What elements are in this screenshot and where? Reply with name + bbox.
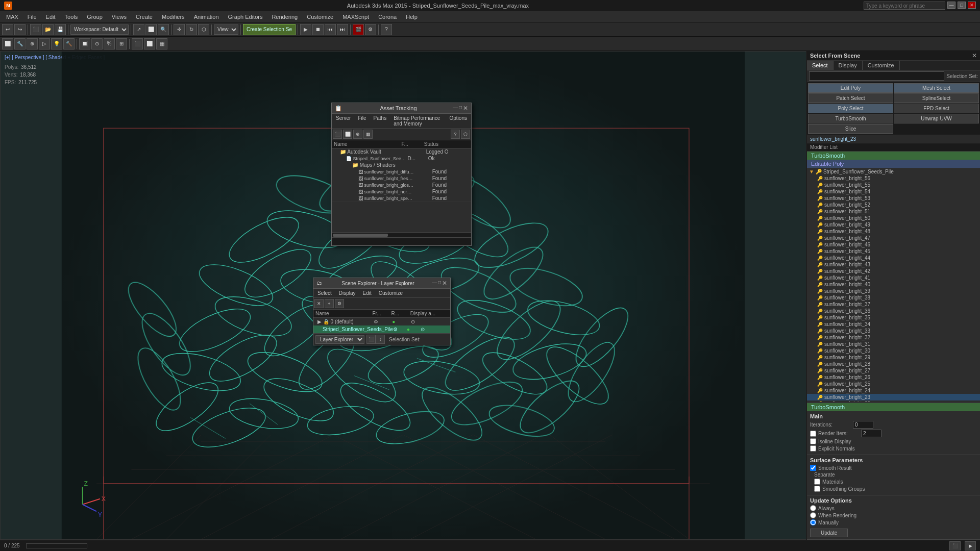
menu-tools[interactable]: Tools (61, 13, 82, 21)
menu-group[interactable]: Group (83, 13, 107, 21)
isoline-checkbox[interactable] (810, 438, 816, 444)
at-row-specular[interactable]: 🖼 sunflower_bright_specular.png Found (332, 195, 471, 202)
se-close[interactable]: ✕ (442, 280, 447, 287)
scene-item[interactable]: 🔑sunflower_bright_25 (807, 381, 980, 387)
update-button[interactable]: Update (810, 529, 848, 537)
scene-item[interactable]: 🔑sunflower_bright_51 (807, 208, 980, 215)
save-button[interactable]: 💾 (55, 24, 66, 35)
open-button[interactable]: 📂 (42, 24, 54, 35)
menu-edit[interactable]: Edit (42, 13, 60, 21)
at-menu-paths[interactable]: Paths (371, 115, 390, 127)
at-row-vault[interactable]: 📁 Autodesk Vault Logged O (332, 148, 471, 155)
menu-rendering[interactable]: Rendering (267, 13, 302, 21)
scene-item[interactable]: 🔑sunflower_bright_54 (807, 188, 980, 195)
scene-item[interactable]: 🔑sunflower_bright_27 (807, 367, 980, 374)
btn-slice[interactable]: Slice (808, 124, 893, 134)
at-menu-file[interactable]: File (355, 115, 369, 127)
scene-item[interactable]: 🔑sunflower_bright_34 (807, 321, 980, 328)
menu-views[interactable]: Views (108, 13, 131, 21)
at-row-diffuse[interactable]: 🖼 sunflower_bright_diffuse.png Found (332, 168, 471, 175)
se-menu-customize[interactable]: Customize (376, 290, 406, 296)
spinner-snap[interactable]: ⊞ (116, 38, 127, 49)
menu-corona[interactable]: Corona (374, 13, 401, 21)
rotate-button[interactable]: ↻ (186, 24, 197, 35)
scene-item[interactable]: 🔑sunflower_bright_42 (807, 268, 980, 274)
at-row-maps[interactable]: 📁 Maps / Shaders (332, 162, 471, 168)
scene-item[interactable]: 🔑sunflower_bright_55 (807, 182, 980, 188)
btn-patch-select[interactable]: Patch Select (808, 93, 893, 103)
render-iters-checkbox[interactable] (810, 431, 816, 437)
se-footer-btn2[interactable]: ↕ (376, 335, 385, 344)
modify-tab[interactable]: 🔧 (14, 38, 26, 49)
menu-create[interactable]: Create (132, 13, 157, 21)
scene-item[interactable]: 🔑sunflower_bright_35 (807, 314, 980, 321)
scene-item[interactable]: 🔑sunflower_bright_43 (807, 261, 980, 268)
scene-item[interactable]: 🔑sunflower_bright_32 (807, 334, 980, 341)
at-close[interactable]: ✕ (463, 105, 468, 112)
scale-button[interactable]: ⬡ (198, 24, 209, 35)
se-footer-btn1[interactable]: ⬛ (366, 335, 376, 344)
scene-root-item[interactable]: ▼ 🔑 Striped_Sunflower_Seeds_Pile (807, 168, 980, 175)
scene-item[interactable]: 🔑sunflower_bright_29 (807, 354, 980, 361)
undo-button[interactable]: ↩ (2, 24, 13, 35)
scene-item[interactable]: 🔑sunflower_bright_36 (807, 308, 980, 314)
btn-mesh-select[interactable]: Mesh Select (894, 83, 979, 93)
play-button[interactable]: ▶ (300, 24, 311, 35)
btn-poly-select[interactable]: Poly Select (808, 104, 893, 113)
maximize-button[interactable]: □ (958, 2, 966, 9)
minimize-button[interactable]: — (947, 2, 955, 9)
stop-button[interactable]: ⏹ (312, 24, 324, 35)
smooth-result-checkbox[interactable] (810, 465, 816, 471)
se-row-default[interactable]: ▶ 🔒 0 (default) ⚙ ● ⊙ (313, 318, 450, 325)
btn-unwrap-uvw[interactable]: Unwrap UVW (894, 114, 979, 123)
mirror-button[interactable]: ⬜ (144, 38, 155, 49)
at-menu-server[interactable]: Server (333, 115, 354, 127)
at-maximize[interactable]: □ (459, 105, 462, 112)
close-button[interactable]: ✕ (968, 2, 976, 9)
array-button[interactable]: ▦ (156, 38, 167, 49)
btn-spline-select[interactable]: SplineSelect (894, 93, 979, 103)
asset-tracking-title[interactable]: 📋 Asset Tracking — □ ✕ (332, 103, 471, 114)
explicit-normals-checkbox[interactable] (810, 445, 816, 452)
display-tab[interactable]: 💡 (51, 38, 62, 49)
at-menu-bitmap[interactable]: Bitmap Performance and Memory (390, 115, 445, 127)
scene-explorer-title[interactable]: 🗂 Scene Explorer - Layer Explorer — □ ✕ (313, 278, 450, 289)
statusbar-btn1[interactable]: ⬛ (949, 541, 961, 550)
render-iters-input[interactable] (861, 430, 881, 437)
menu-help[interactable]: Help (402, 13, 422, 21)
manually-radio[interactable] (810, 519, 816, 525)
modifier-editablepoly[interactable]: Editable Poly (807, 160, 980, 168)
turbosm-section-header[interactable]: TurboSmooth (807, 403, 980, 411)
btn-fpd-select[interactable]: FPD Select (894, 104, 979, 113)
scene-item[interactable]: 🔑sunflower_bright_49 (807, 221, 980, 228)
render-settings-button[interactable]: ⚙ (365, 24, 376, 35)
se-row-seeds[interactable]: Striped_Sunflower_Seeds_Pile ⚙ ● ⊙ (313, 325, 450, 333)
scene-item[interactable]: 🔑sunflower_bright_31 (807, 341, 980, 347)
motion-tab[interactable]: ▷ (39, 38, 50, 49)
at-btn-1[interactable]: ⬛ (333, 130, 342, 139)
scene-item[interactable]: 🔑sunflower_bright_46 (807, 241, 980, 248)
hierarchy-tab[interactable]: ⊕ (27, 38, 38, 49)
menu-file[interactable]: File (23, 13, 41, 21)
at-btn-help[interactable]: ? (451, 130, 460, 139)
se-btn-close[interactable]: ✕ (314, 299, 324, 308)
scene-item[interactable]: 🔑sunflower_bright_45 (807, 248, 980, 255)
scene-item[interactable]: 🔑sunflower_bright_48 (807, 228, 980, 235)
viewport[interactable]: [+] [ Perspective ] [ Shaded + Edged Fac… (0, 51, 806, 540)
scene-item[interactable]: 🔑sunflower_bright_47 (807, 235, 980, 241)
at-row-file[interactable]: 📄 Striped_Sunflower_Seeds_Pile_max_vra..… (332, 155, 471, 162)
at-btn-5[interactable]: ⬡ (461, 130, 470, 139)
select-by-name-button[interactable]: 🔍 (158, 24, 169, 35)
se-minimize[interactable]: — (432, 280, 437, 287)
btn-edit-poly[interactable]: Edit Poly (808, 83, 893, 93)
tab-customize[interactable]: Customize (863, 61, 900, 70)
se-footer-select[interactable]: Layer Explorer (315, 335, 364, 344)
view-select[interactable]: View (214, 24, 238, 35)
statusbar-btn2[interactable]: ▶ (965, 541, 976, 550)
se-menu-select[interactable]: Select (314, 290, 335, 296)
se-maximize[interactable]: □ (438, 280, 441, 287)
move-button[interactable]: ✛ (174, 24, 185, 35)
menu-modifiers[interactable]: Modifiers (158, 13, 189, 21)
smoothing-groups-checkbox[interactable] (814, 486, 820, 492)
se-btn-new-layer[interactable]: + (325, 299, 334, 308)
